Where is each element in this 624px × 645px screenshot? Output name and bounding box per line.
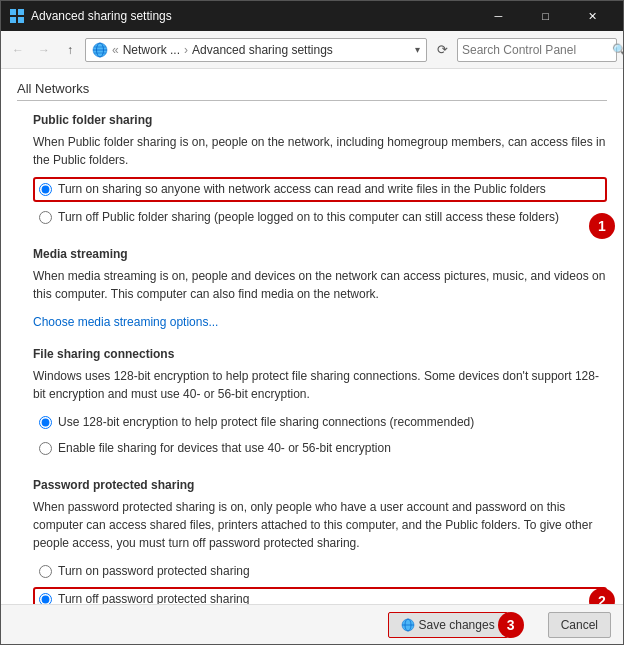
network-icon [92, 42, 108, 58]
turn-off-password-option[interactable]: Turn off password protected sharing [33, 587, 607, 604]
public-folder-sharing-desc: When Public folder sharing is on, people… [33, 133, 607, 169]
turn-off-password-radio[interactable] [39, 593, 52, 604]
minimize-button[interactable]: ─ [476, 6, 521, 26]
nav-bar: ← → ↑ « Network ... › Advanced sharing s… [1, 31, 623, 69]
up-button[interactable]: ↑ [59, 39, 81, 61]
password-protected-section: Password protected sharing When password… [17, 478, 607, 604]
turn-on-sharing-label: Turn on sharing so anyone with network a… [58, 181, 546, 198]
turn-on-sharing-radio[interactable] [39, 183, 52, 196]
use-128-bit-option[interactable]: Use 128-bit encryption to help protect f… [33, 411, 607, 434]
svg-rect-1 [18, 9, 24, 15]
svg-rect-3 [18, 17, 24, 23]
save-changes-button[interactable]: Save changes [388, 612, 508, 638]
turn-on-password-label: Turn on password protected sharing [58, 563, 250, 580]
address-network: Network ... [123, 43, 180, 57]
title-bar-controls: ─ □ ✕ [476, 6, 615, 26]
search-box[interactable]: 🔍 [457, 38, 617, 62]
address-sharing: Advanced sharing settings [192, 43, 333, 57]
turn-off-folder-label: Turn off Public folder sharing (people l… [58, 209, 559, 226]
window: Advanced sharing settings ─ □ ✕ ← → ↑ [0, 0, 624, 645]
close-button[interactable]: ✕ [570, 6, 615, 26]
password-protected-desc: When password protected sharing is on, o… [33, 498, 607, 552]
back-button[interactable]: ← [7, 39, 29, 61]
media-streaming-section: Media streaming When media streaming is … [17, 247, 607, 329]
file-sharing-title: File sharing connections [33, 347, 607, 361]
maximize-button[interactable]: □ [523, 6, 568, 26]
turn-off-folder-radio[interactable] [39, 211, 52, 224]
public-folder-sharing-section: Public folder sharing When Public folder… [17, 113, 607, 229]
forward-button[interactable]: → [33, 39, 55, 61]
search-input[interactable] [462, 43, 612, 57]
badge-1: 1 [589, 213, 615, 239]
search-icon[interactable]: 🔍 [612, 43, 624, 57]
media-streaming-title: Media streaming [33, 247, 607, 261]
enable-40-56-radio[interactable] [39, 442, 52, 455]
turn-off-folder-option[interactable]: Turn off Public folder sharing (people l… [33, 206, 607, 229]
file-sharing-desc: Windows uses 128-bit encryption to help … [33, 367, 607, 403]
refresh-button[interactable]: ⟳ [431, 39, 453, 61]
use-128-bit-label: Use 128-bit encryption to help protect f… [58, 414, 474, 431]
svg-rect-0 [10, 9, 16, 15]
bottom-bar: Save changes 3 Cancel [1, 604, 623, 644]
address-bar[interactable]: « Network ... › Advanced sharing setting… [85, 38, 427, 62]
badge-3: 3 [498, 612, 524, 638]
password-protected-title: Password protected sharing [33, 478, 607, 492]
turn-on-sharing-option[interactable]: Turn on sharing so anyone with network a… [33, 177, 607, 202]
main-content: All Networks Public folder sharing When … [1, 69, 623, 604]
use-128-bit-radio[interactable] [39, 416, 52, 429]
svg-rect-2 [10, 17, 16, 23]
choose-media-streaming-link[interactable]: Choose media streaming options... [33, 315, 218, 329]
turn-on-password-radio[interactable] [39, 565, 52, 578]
enable-40-56-label: Enable file sharing for devices that use… [58, 440, 391, 457]
turn-on-password-option[interactable]: Turn on password protected sharing [33, 560, 607, 583]
window-icon [9, 8, 25, 24]
content-area: All Networks Public folder sharing When … [1, 69, 623, 604]
all-networks-header: All Networks [17, 81, 607, 101]
save-changes-wrapper: Save changes 3 [388, 612, 508, 638]
public-folder-sharing-title: Public folder sharing [33, 113, 607, 127]
enable-40-56-option[interactable]: Enable file sharing for devices that use… [33, 437, 607, 460]
address-chevron-icon[interactable]: ▾ [415, 44, 420, 55]
turn-off-password-label: Turn off password protected sharing [58, 591, 249, 604]
file-sharing-section: File sharing connections Windows uses 12… [17, 347, 607, 461]
media-streaming-desc: When media streaming is on, people and d… [33, 267, 607, 303]
title-bar: Advanced sharing settings ─ □ ✕ [1, 1, 623, 31]
badge-2: 2 [589, 588, 615, 604]
window-title: Advanced sharing settings [31, 9, 476, 23]
shield-save-icon [401, 618, 415, 632]
cancel-button[interactable]: Cancel [548, 612, 611, 638]
